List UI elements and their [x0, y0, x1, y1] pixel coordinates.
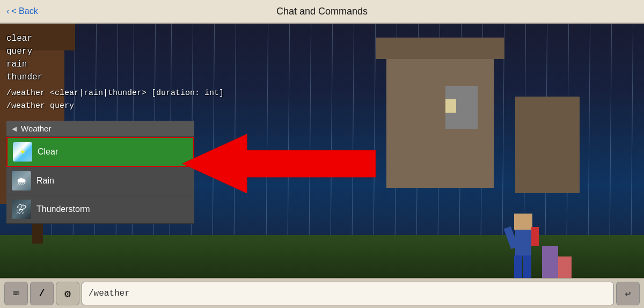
bottom-toolbar: ⌨ / ⚙ ↩ [0, 278, 644, 308]
red-arrow-indicator [182, 134, 376, 196]
command-hint-line1: /weather <clear|rain|thunder> [duration:… [6, 87, 224, 100]
slash-button[interactable]: / [30, 282, 54, 305]
rain-weather-icon [12, 171, 31, 190]
keyboard-button[interactable]: ⌨ [4, 282, 28, 305]
header-bar: ‹ < Back Chat and Commands [0, 0, 644, 24]
back-button[interactable]: ‹ < Back [6, 6, 38, 16]
chat-output: clear query rain thunder [6, 32, 42, 84]
send-icon: ↩ [625, 288, 631, 299]
weather-dropdown: ◀ Weather Clear Rain Thunderstorm [6, 121, 194, 224]
weather-option-clear[interactable]: Clear [6, 137, 194, 167]
chat-line-rain: rain [6, 58, 42, 71]
building-roof [376, 38, 504, 59]
clear-weather-label: Clear [38, 147, 58, 157]
thunderstorm-weather-label: Thunderstorm [36, 204, 90, 214]
page-title: Chat and Commands [276, 6, 368, 17]
player-character [510, 224, 537, 278]
right-building [515, 97, 580, 193]
keyboard-icon: ⌨ [13, 287, 19, 300]
main-building [386, 54, 494, 188]
command-hint: /weather <clear|rain|thunder> [duration:… [6, 87, 224, 113]
svg-marker-28 [182, 134, 376, 193]
settings-button[interactable]: ⚙ [56, 282, 79, 305]
weather-header-chevron-icon: ◀ [12, 125, 17, 133]
weather-header-label: Weather [21, 124, 51, 133]
block1 [542, 246, 558, 278]
weather-option-thunderstorm[interactable]: Thunderstorm [6, 195, 194, 224]
window [445, 99, 456, 113]
slash-icon: / [39, 288, 45, 299]
rain-weather-label: Rain [36, 176, 54, 186]
settings-icon: ⚙ [64, 287, 71, 300]
command-input[interactable] [82, 282, 614, 305]
weather-option-rain[interactable]: Rain [6, 167, 194, 195]
back-label: < Back [11, 6, 38, 16]
chat-line-clear: clear [6, 32, 42, 45]
send-button[interactable]: ↩ [616, 282, 640, 305]
chat-line-query: query [6, 45, 42, 58]
chat-line-thunder: thunder [6, 71, 42, 84]
back-chevron-icon: ‹ [6, 6, 9, 16]
block2 [558, 256, 572, 278]
clear-weather-icon [13, 142, 32, 162]
thunder-weather-icon [12, 200, 31, 219]
weather-dropdown-header[interactable]: ◀ Weather [6, 121, 194, 137]
command-hint-line2: /weather query [6, 100, 224, 113]
